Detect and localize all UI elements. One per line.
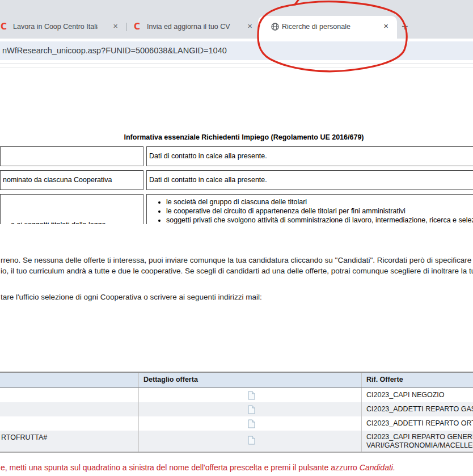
instruction-note: e, metti una spunta sul quadratino a sin…	[1, 463, 473, 472]
instruction-text: e, metti una spunta sul quadratino a sin…	[1, 463, 360, 472]
active-tab-label: Ricerche di personale	[282, 23, 373, 31]
paragraph-line: io, il tuo curriculum andrà a tutte e du…	[1, 266, 473, 277]
bullet-item: soggetti privati che svolgono attività d…	[166, 216, 473, 224]
offers-header-ref: Rif. Offerte	[362, 373, 473, 387]
offer-ref-cell: CI2023_ADDETTI REPARTO GASTRONOMIA	[362, 402, 473, 416]
offer-detail-cell	[139, 431, 362, 452]
bullet-item: le società del gruppo di ciascuna delle …	[166, 197, 473, 207]
informativa-cell-left: nominato da ciascuna Cooperativa	[0, 170, 143, 190]
informativa-title: Informativa essenziale Richiedenti Impie…	[0, 133, 473, 141]
divider	[0, 64, 473, 64]
close-icon[interactable]: ✕	[247, 23, 252, 30]
offers-header-blank	[0, 373, 139, 387]
tab-separator	[126, 23, 126, 31]
offers-header-detail: Dettaglio offerta	[139, 373, 362, 387]
offer-ref-cell: CI2023_CAPI NEGOZIO	[362, 388, 473, 402]
coop-favicon-icon: C	[134, 22, 140, 32]
offer-row: CI2023_CAPI NEGOZIO	[0, 388, 473, 402]
offer-detail-cell	[139, 402, 362, 416]
offers-table: Dettaglio offerta Rif. Offerte CI2023_CA…	[0, 372, 473, 453]
document-icon[interactable]	[248, 419, 255, 428]
paragraph-line: rreno. Se nessuna delle offerte ti inter…	[1, 255, 473, 266]
candidati-emphasis: Candidati.	[360, 463, 395, 472]
document-icon[interactable]	[248, 405, 255, 414]
offer-name-cell	[0, 402, 139, 416]
informativa-cell-right: Dati di contatto in calce alla presente.	[146, 146, 473, 166]
tab-lavora-in-coop[interactable]: Lavora in Coop Centro Italia	[13, 23, 98, 31]
bullet-item: le cooperative del circuito di appartene…	[166, 207, 473, 216]
coop-favicon-icon: C	[1, 22, 7, 32]
globe-icon	[271, 23, 279, 31]
informativa-cell-left	[0, 146, 143, 166]
contact-paragraph: tare l'ufficio selezione di ogni Coopera…	[1, 292, 473, 303]
offer-row: CI2023_ADDETTI REPARTO GASTRONOMIA	[0, 402, 473, 416]
recipients-bullet-list: le società del gruppo di ciascuna delle …	[166, 197, 473, 224]
offer-name-cell: RTOFRUTTA#	[0, 431, 139, 452]
tab-strip: C Lavora in Coop Centro Italia ✕ C Invia…	[0, 0, 473, 39]
informativa-cell-right: le società del gruppo di ciascuna delle …	[146, 194, 473, 224]
offer-row: RTOFRUTTA# CI2023_CAPI REPARTO GENERI VA…	[0, 431, 473, 452]
clipped-cell-text: e ai soggetti titolati dalla legge	[1, 221, 143, 224]
close-icon[interactable]: ✕	[383, 23, 388, 30]
offer-row: CI2023_ADDETTI REPARTO ORTOFRUTTA	[0, 416, 473, 431]
offer-ref-cell: CI2023_CAPI REPARTO GENERI VARI/GASTRONO…	[362, 431, 473, 452]
informativa-cell-right: Dati di contatto in calce alla presente.	[146, 170, 473, 190]
offer-name-cell	[0, 416, 139, 431]
informativa-section: Informativa essenziale Richiedenti Impie…	[0, 133, 473, 224]
informativa-cell-left: e ai soggetti titolati dalla legge	[0, 194, 143, 224]
new-tab-button[interactable]: +	[402, 20, 408, 33]
address-url[interactable]: nWfResearch_unicoop.asp?FUNID=5006038&LA…	[2, 46, 227, 55]
offer-detail-cell	[139, 388, 362, 402]
offers-header-row: Dettaglio offerta Rif. Offerte	[0, 373, 473, 388]
offer-detail-cell	[139, 416, 362, 431]
offer-ref-cell: CI2023_ADDETTI REPARTO ORTOFRUTTA	[362, 416, 473, 431]
address-bar[interactable]: nWfResearch_unicoop.asp?FUNID=5006038&LA…	[0, 41, 473, 60]
close-icon[interactable]: ✕	[113, 23, 118, 30]
document-icon[interactable]	[248, 436, 255, 445]
divider	[0, 67, 473, 68]
intro-paragraph: rreno. Se nessuna delle offerte ti inter…	[1, 255, 473, 276]
offer-name-cell	[0, 388, 139, 402]
tab-invia-cv[interactable]: Invia ed aggiorna il tuo CV	[147, 23, 232, 31]
document-icon[interactable]	[248, 391, 255, 400]
